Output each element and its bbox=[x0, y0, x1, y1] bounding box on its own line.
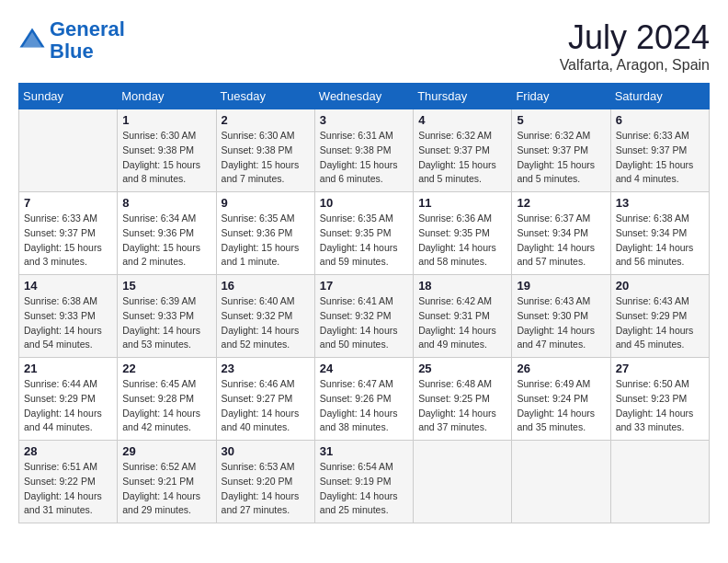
calendar-cell: 23Sunrise: 6:46 AM Sunset: 9:27 PM Dayli… bbox=[216, 358, 314, 441]
day-info: Sunrise: 6:44 AM Sunset: 9:29 PM Dayligh… bbox=[24, 377, 112, 435]
day-info: Sunrise: 6:53 AM Sunset: 9:20 PM Dayligh… bbox=[222, 460, 310, 518]
day-info: Sunrise: 6:43 AM Sunset: 9:29 PM Dayligh… bbox=[616, 294, 704, 352]
logo-text: General Blue bbox=[50, 18, 125, 63]
calendar-cell: 5Sunrise: 6:32 AM Sunset: 9:37 PM Daylig… bbox=[512, 109, 610, 192]
weekday-header-sunday: Sunday bbox=[19, 84, 118, 109]
calendar-cell: 3Sunrise: 6:31 AM Sunset: 9:38 PM Daylig… bbox=[314, 109, 413, 192]
day-info: Sunrise: 6:33 AM Sunset: 9:37 PM Dayligh… bbox=[24, 212, 112, 270]
day-number: 8 bbox=[122, 196, 210, 210]
calendar-cell: 14Sunrise: 6:38 AM Sunset: 9:33 PM Dayli… bbox=[19, 275, 118, 358]
day-info: Sunrise: 6:38 AM Sunset: 9:33 PM Dayligh… bbox=[24, 294, 112, 352]
day-number: 20 bbox=[616, 279, 704, 293]
calendar-cell bbox=[512, 441, 610, 523]
calendar-cell: 16Sunrise: 6:40 AM Sunset: 9:32 PM Dayli… bbox=[216, 275, 314, 358]
calendar-cell: 26Sunrise: 6:49 AM Sunset: 9:24 PM Dayli… bbox=[512, 358, 610, 441]
day-info: Sunrise: 6:45 AM Sunset: 9:28 PM Dayligh… bbox=[122, 377, 210, 435]
weekday-header-friday: Friday bbox=[512, 84, 610, 109]
day-number: 5 bbox=[517, 113, 605, 127]
day-info: Sunrise: 6:33 AM Sunset: 9:37 PM Dayligh… bbox=[616, 129, 704, 187]
calendar-cell: 10Sunrise: 6:35 AM Sunset: 9:35 PM Dayli… bbox=[314, 192, 413, 275]
day-info: Sunrise: 6:46 AM Sunset: 9:27 PM Dayligh… bbox=[222, 377, 310, 435]
calendar-cell: 13Sunrise: 6:38 AM Sunset: 9:34 PM Dayli… bbox=[610, 192, 709, 275]
day-number: 16 bbox=[222, 279, 310, 293]
calendar-cell bbox=[19, 109, 118, 192]
calendar-cell: 1Sunrise: 6:30 AM Sunset: 9:38 PM Daylig… bbox=[118, 109, 216, 192]
day-number: 27 bbox=[616, 362, 704, 375]
day-info: Sunrise: 6:50 AM Sunset: 9:23 PM Dayligh… bbox=[616, 377, 704, 435]
logo-line1: General bbox=[50, 17, 125, 40]
day-info: Sunrise: 6:31 AM Sunset: 9:38 PM Dayligh… bbox=[320, 129, 408, 187]
day-number: 22 bbox=[122, 362, 210, 375]
day-number: 23 bbox=[222, 362, 310, 375]
day-info: Sunrise: 6:35 AM Sunset: 9:36 PM Dayligh… bbox=[222, 212, 310, 270]
day-number: 13 bbox=[616, 196, 704, 210]
logo-icon bbox=[18, 27, 46, 54]
day-info: Sunrise: 6:49 AM Sunset: 9:24 PM Dayligh… bbox=[517, 377, 605, 435]
week-row-5: 28Sunrise: 6:51 AM Sunset: 9:22 PM Dayli… bbox=[19, 441, 710, 523]
day-info: Sunrise: 6:42 AM Sunset: 9:31 PM Dayligh… bbox=[418, 294, 506, 352]
day-info: Sunrise: 6:48 AM Sunset: 9:25 PM Dayligh… bbox=[418, 377, 506, 435]
day-number: 28 bbox=[24, 444, 112, 458]
day-number: 9 bbox=[222, 196, 310, 210]
day-number: 3 bbox=[320, 113, 408, 127]
day-info: Sunrise: 6:35 AM Sunset: 9:35 PM Dayligh… bbox=[320, 212, 408, 270]
day-number: 10 bbox=[320, 196, 408, 210]
calendar-cell: 29Sunrise: 6:52 AM Sunset: 9:21 PM Dayli… bbox=[118, 441, 216, 523]
day-number: 15 bbox=[122, 279, 210, 293]
calendar-cell: 27Sunrise: 6:50 AM Sunset: 9:23 PM Dayli… bbox=[610, 358, 709, 441]
location: Valfarta, Aragon, Spain bbox=[560, 57, 710, 74]
week-row-3: 14Sunrise: 6:38 AM Sunset: 9:33 PM Dayli… bbox=[19, 275, 710, 358]
week-row-4: 21Sunrise: 6:44 AM Sunset: 9:29 PM Dayli… bbox=[19, 358, 710, 441]
calendar-cell: 22Sunrise: 6:45 AM Sunset: 9:28 PM Dayli… bbox=[118, 358, 216, 441]
calendar-cell: 15Sunrise: 6:39 AM Sunset: 9:33 PM Dayli… bbox=[118, 275, 216, 358]
page-header: General Blue July 2024 Valfarta, Aragon,… bbox=[18, 18, 710, 74]
logo: General Blue bbox=[18, 18, 125, 63]
weekday-header-monday: Monday bbox=[118, 84, 216, 109]
weekday-header-saturday: Saturday bbox=[610, 84, 709, 109]
day-number: 19 bbox=[517, 279, 605, 293]
day-info: Sunrise: 6:51 AM Sunset: 9:22 PM Dayligh… bbox=[24, 460, 112, 518]
day-info: Sunrise: 6:36 AM Sunset: 9:35 PM Dayligh… bbox=[418, 212, 506, 270]
day-info: Sunrise: 6:34 AM Sunset: 9:36 PM Dayligh… bbox=[122, 212, 210, 270]
day-info: Sunrise: 6:39 AM Sunset: 9:33 PM Dayligh… bbox=[122, 294, 210, 352]
week-row-1: 1Sunrise: 6:30 AM Sunset: 9:38 PM Daylig… bbox=[19, 109, 710, 192]
calendar-cell: 20Sunrise: 6:43 AM Sunset: 9:29 PM Dayli… bbox=[610, 275, 709, 358]
day-info: Sunrise: 6:32 AM Sunset: 9:37 PM Dayligh… bbox=[418, 129, 506, 187]
day-number: 12 bbox=[517, 196, 605, 210]
day-number: 2 bbox=[222, 113, 310, 127]
day-info: Sunrise: 6:30 AM Sunset: 9:38 PM Dayligh… bbox=[122, 129, 210, 187]
calendar-cell: 7Sunrise: 6:33 AM Sunset: 9:37 PM Daylig… bbox=[19, 192, 118, 275]
calendar-cell: 24Sunrise: 6:47 AM Sunset: 9:26 PM Dayli… bbox=[314, 358, 413, 441]
calendar-cell: 19Sunrise: 6:43 AM Sunset: 9:30 PM Dayli… bbox=[512, 275, 610, 358]
calendar-cell bbox=[414, 441, 512, 523]
calendar-cell: 11Sunrise: 6:36 AM Sunset: 9:35 PM Dayli… bbox=[414, 192, 512, 275]
calendar-cell: 8Sunrise: 6:34 AM Sunset: 9:36 PM Daylig… bbox=[118, 192, 216, 275]
calendar-cell: 31Sunrise: 6:54 AM Sunset: 9:19 PM Dayli… bbox=[314, 441, 413, 523]
day-info: Sunrise: 6:38 AM Sunset: 9:34 PM Dayligh… bbox=[616, 212, 704, 270]
calendar-cell: 30Sunrise: 6:53 AM Sunset: 9:20 PM Dayli… bbox=[216, 441, 314, 523]
calendar-cell: 25Sunrise: 6:48 AM Sunset: 9:25 PM Dayli… bbox=[414, 358, 512, 441]
day-number: 26 bbox=[517, 362, 605, 375]
day-info: Sunrise: 6:47 AM Sunset: 9:26 PM Dayligh… bbox=[320, 377, 408, 435]
calendar-cell: 9Sunrise: 6:35 AM Sunset: 9:36 PM Daylig… bbox=[216, 192, 314, 275]
title-block: July 2024 Valfarta, Aragon, Spain bbox=[560, 18, 710, 74]
day-number: 6 bbox=[616, 113, 704, 127]
calendar-cell: 4Sunrise: 6:32 AM Sunset: 9:37 PM Daylig… bbox=[414, 109, 512, 192]
day-info: Sunrise: 6:37 AM Sunset: 9:34 PM Dayligh… bbox=[517, 212, 605, 270]
weekday-header-wednesday: Wednesday bbox=[314, 84, 413, 109]
day-info: Sunrise: 6:54 AM Sunset: 9:19 PM Dayligh… bbox=[320, 460, 408, 518]
day-number: 1 bbox=[122, 113, 210, 127]
logo-line2: Blue bbox=[50, 40, 94, 63]
day-info: Sunrise: 6:40 AM Sunset: 9:32 PM Dayligh… bbox=[222, 294, 310, 352]
weekday-header-tuesday: Tuesday bbox=[216, 84, 314, 109]
day-number: 11 bbox=[418, 196, 506, 210]
day-number: 4 bbox=[418, 113, 506, 127]
day-info: Sunrise: 6:52 AM Sunset: 9:21 PM Dayligh… bbox=[122, 460, 210, 518]
weekday-header-thursday: Thursday bbox=[414, 84, 512, 109]
calendar-cell: 12Sunrise: 6:37 AM Sunset: 9:34 PM Dayli… bbox=[512, 192, 610, 275]
day-number: 7 bbox=[24, 196, 112, 210]
day-info: Sunrise: 6:32 AM Sunset: 9:37 PM Dayligh… bbox=[517, 129, 605, 187]
calendar-cell: 6Sunrise: 6:33 AM Sunset: 9:37 PM Daylig… bbox=[610, 109, 709, 192]
day-number: 25 bbox=[418, 362, 506, 375]
day-number: 24 bbox=[320, 362, 408, 375]
